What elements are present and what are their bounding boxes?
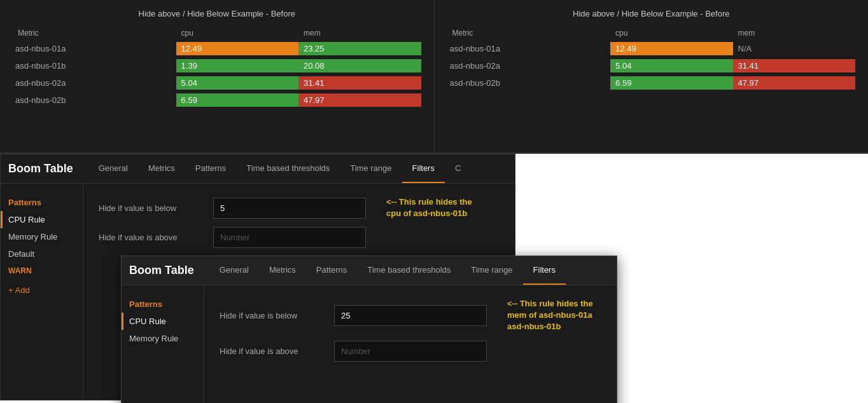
editor-1-tab-c[interactable]: C bbox=[445, 154, 471, 183]
editor-2-tab-patterns[interactable]: Patterns bbox=[306, 256, 357, 285]
right-demo-title: Hide above / Hide Below Example - Before bbox=[447, 9, 856, 18]
editor-2-annotation: <-- This rule hides the mem of asd-nbus-… bbox=[507, 298, 593, 333]
editor-2-hide-above-row: Hide if value is above bbox=[220, 341, 601, 362]
editor-2-tab-metrics[interactable]: Metrics bbox=[259, 256, 306, 285]
editor-1-warn: WARN bbox=[1, 263, 83, 279]
editor-1-hide-above-row: Hide if value is above bbox=[99, 227, 500, 248]
table-row: asd-nbus-02b 6.59 47.97 bbox=[447, 74, 856, 92]
editor-1-add[interactable]: + Add bbox=[1, 279, 83, 301]
editor-2-cpu-rule[interactable]: CPU Rule bbox=[122, 313, 204, 330]
left-demo-title: Hide above / Hide Below Example - Before bbox=[13, 9, 421, 18]
editor-2-tab-general[interactable]: General bbox=[209, 256, 259, 285]
left-col-metric: Metric bbox=[13, 26, 176, 40]
editor-2-hide-below-input[interactable] bbox=[334, 305, 487, 326]
editor-1-annotation: <-- This rule hides the cpu of asd-nbus-… bbox=[386, 196, 472, 219]
editor-2-title: Boom Table bbox=[129, 264, 194, 277]
editor-1-title: Boom Table bbox=[8, 162, 73, 175]
editor-1-sidebar: Patterns CPU Rule Memory Rule Default WA… bbox=[1, 184, 83, 400]
editor-2-header: Boom Table GeneralMetricsPatternsTime ba… bbox=[122, 256, 617, 285]
editor-1-tab-time-based-thresholds[interactable]: Time based thresholds bbox=[236, 154, 340, 183]
editor-1-cpu-rule[interactable]: CPU Rule bbox=[1, 211, 83, 228]
editor-2-main: Hide if value is below <-- This rule hid… bbox=[204, 285, 617, 403]
editor-2-patterns-label[interactable]: Patterns bbox=[122, 296, 204, 313]
table-row: asd-nbus-01a 12.49 23.25 bbox=[13, 40, 421, 57]
editor-2-body: Patterns CPU Rule Memory Rule Hide if va… bbox=[122, 285, 617, 403]
editor-2-sidebar: Patterns CPU Rule Memory Rule bbox=[122, 285, 204, 403]
mem-cell: 47.97 bbox=[298, 92, 421, 109]
metric-cell: asd-nbus-02b bbox=[447, 74, 611, 92]
editor-1-memory-rule[interactable]: Memory Rule bbox=[1, 228, 83, 245]
editor-1-hide-below-input[interactable] bbox=[213, 198, 366, 219]
metric-cell: asd-nbus-01a bbox=[447, 40, 611, 57]
metric-cell: asd-nbus-01b bbox=[13, 57, 176, 74]
table-row: asd-nbus-01b 1.39 20.08 bbox=[13, 57, 421, 74]
mem-cell: 23.25 bbox=[298, 40, 421, 57]
right-demo-table-wrap: Hide above / Hide Below Example - Before… bbox=[435, 0, 869, 153]
mem-cell: 47.97 bbox=[733, 74, 855, 92]
editor-2-tabs[interactable]: GeneralMetricsPatternsTime based thresho… bbox=[209, 256, 566, 285]
editor-1-default[interactable]: Default bbox=[1, 245, 83, 263]
editor-1-hide-below-label: Hide if value is below bbox=[99, 203, 213, 213]
left-col-cpu: cpu bbox=[176, 26, 298, 40]
top-panel: Hide above / Hide Below Example - Before… bbox=[0, 0, 868, 154]
table-row: asd-nbus-01a 12.49 N/A bbox=[447, 40, 856, 57]
right-col-mem: mem bbox=[733, 26, 855, 40]
editor-1-header: Boom Table GeneralMetricsPatternsTime ba… bbox=[1, 154, 515, 184]
editor-2-hide-below-label: Hide if value is below bbox=[220, 311, 334, 320]
left-demo-table-wrap: Hide above / Hide Below Example - Before… bbox=[0, 0, 435, 153]
right-col-cpu: cpu bbox=[610, 26, 732, 40]
cpu-cell: 6.59 bbox=[610, 74, 732, 92]
editor-1-tabs[interactable]: GeneralMetricsPatternsTime based thresho… bbox=[88, 154, 472, 183]
editor-1-hide-above-input[interactable] bbox=[213, 227, 366, 248]
table-row: asd-nbus-02b 6.59 47.97 bbox=[13, 92, 421, 109]
editor-2-tab-time-range[interactable]: Time range bbox=[461, 256, 522, 285]
editor-1-tab-metrics[interactable]: Metrics bbox=[138, 154, 185, 183]
cpu-cell: 6.59 bbox=[176, 92, 298, 109]
editor-2-tab-time-based-thresholds[interactable]: Time based thresholds bbox=[357, 256, 461, 285]
right-demo-table: Metric cpu mem asd-nbus-01a 12.49 N/A as… bbox=[447, 26, 856, 92]
table-row: asd-nbus-02a 5.04 31.41 bbox=[13, 74, 421, 92]
table-row: asd-nbus-02a 5.04 31.41 bbox=[447, 57, 856, 74]
editor-1-tab-patterns[interactable]: Patterns bbox=[185, 154, 236, 183]
editor-2-hide-below-row: Hide if value is below <-- This rule hid… bbox=[220, 298, 601, 333]
right-col-metric: Metric bbox=[447, 26, 611, 40]
editor-1-hide-above-label: Hide if value is above bbox=[99, 233, 213, 242]
editor-2-hide-above-input[interactable] bbox=[334, 341, 487, 362]
mem-cell: N/A bbox=[733, 40, 855, 57]
mem-cell: 20.08 bbox=[298, 57, 421, 74]
cpu-cell: 5.04 bbox=[610, 57, 732, 74]
metric-cell: asd-nbus-02a bbox=[447, 57, 611, 74]
mem-cell: 31.41 bbox=[733, 57, 855, 74]
metric-cell: asd-nbus-02a bbox=[13, 74, 176, 92]
editor-2-hide-above-label: Hide if value is above bbox=[220, 346, 334, 356]
bottom-panel: Boom Table GeneralMetricsPatternsTime ba… bbox=[0, 154, 868, 403]
editor-2-memory-rule[interactable]: Memory Rule bbox=[122, 330, 204, 347]
mem-cell: 31.41 bbox=[298, 74, 421, 92]
metric-cell: asd-nbus-02b bbox=[13, 92, 176, 109]
editor-2-tab-filters[interactable]: Filters bbox=[523, 256, 566, 285]
editor-2: Boom Table GeneralMetricsPatternsTime ba… bbox=[121, 256, 617, 403]
editor-1-tab-general[interactable]: General bbox=[88, 154, 138, 183]
cpu-cell: 1.39 bbox=[176, 57, 298, 74]
cpu-cell: 12.49 bbox=[610, 40, 732, 57]
cpu-cell: 5.04 bbox=[176, 74, 298, 92]
editor-1-tab-filters[interactable]: Filters bbox=[402, 154, 445, 183]
editor-1-hide-below-row: Hide if value is below <-- This rule hid… bbox=[99, 196, 500, 219]
metric-cell: asd-nbus-01a bbox=[13, 40, 176, 57]
editor-1-patterns-label[interactable]: Patterns bbox=[1, 194, 83, 211]
cpu-cell: 12.49 bbox=[176, 40, 298, 57]
left-col-mem: mem bbox=[298, 26, 421, 40]
left-demo-table: Metric cpu mem asd-nbus-01a 12.49 23.25 … bbox=[13, 26, 421, 109]
editor-1-tab-time-range[interactable]: Time range bbox=[340, 154, 402, 183]
